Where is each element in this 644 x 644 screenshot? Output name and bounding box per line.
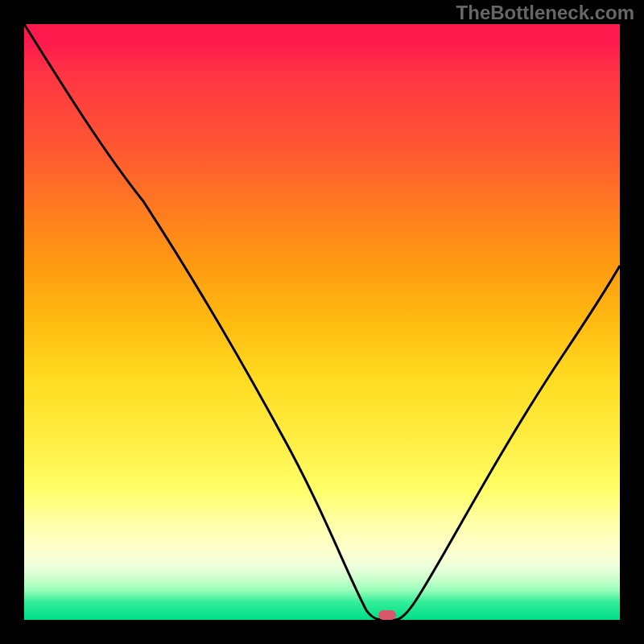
plot-area (24, 24, 620, 620)
bottleneck-curve-svg (24, 24, 620, 620)
bottleneck-curve-path (24, 24, 620, 620)
watermark-text: TheBottleneck.com (456, 2, 634, 24)
optimal-point-marker (378, 610, 396, 620)
